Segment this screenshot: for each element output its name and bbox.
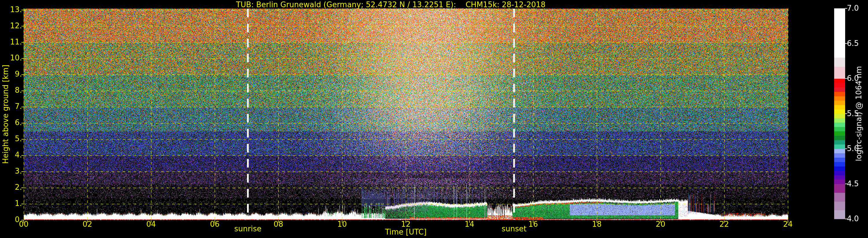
x-tick-label: 22: [711, 220, 737, 228]
x-tick-label: 18: [584, 220, 610, 228]
y-tick-label: 9.: [0, 70, 22, 78]
x-tick-label: 06: [202, 220, 228, 228]
sunset-label: sunset: [491, 225, 537, 233]
y-tick-label: 5.: [0, 135, 22, 142]
y-tick-label: 2.: [0, 183, 22, 191]
x-axis-title: Time [UTC]: [24, 228, 788, 236]
y-tick-label: 6.: [0, 119, 22, 126]
y-tick-label: 10.: [0, 54, 22, 62]
ceilometer-plot-canvas: [0, 0, 868, 238]
colorbar-title: log(rc-signal) @ 1064 nm: [855, 8, 863, 219]
x-tick-label: 04: [138, 220, 164, 228]
y-tick-label: 7.: [0, 103, 22, 110]
x-tick-label: 10: [329, 220, 355, 228]
y-tick-label: 8.: [0, 87, 22, 94]
x-tick-label: 14: [457, 220, 483, 228]
x-tick-label: 24: [775, 220, 801, 228]
y-tick-label: 3.: [0, 167, 22, 175]
y-tick-label: 1.: [0, 200, 22, 207]
ceilometer-figure: TUB: Berlin Grunewald (Germany; 52.4732 …: [0, 0, 868, 238]
y-tick-label: 4.: [0, 151, 22, 159]
y-tick-label: 13.: [0, 6, 22, 13]
y-tick-label: 0.: [0, 216, 22, 223]
sunrise-label: sunrise: [225, 225, 271, 233]
x-tick-label: 12: [393, 220, 419, 228]
x-tick-label: 02: [74, 220, 100, 228]
y-tick-label: 12.: [0, 22, 22, 30]
y-tick-label: 11.: [0, 38, 22, 46]
page-title: TUB: Berlin Grunewald (Germany; 52.4732 …: [24, 1, 758, 8]
x-tick-label: 20: [648, 220, 674, 228]
